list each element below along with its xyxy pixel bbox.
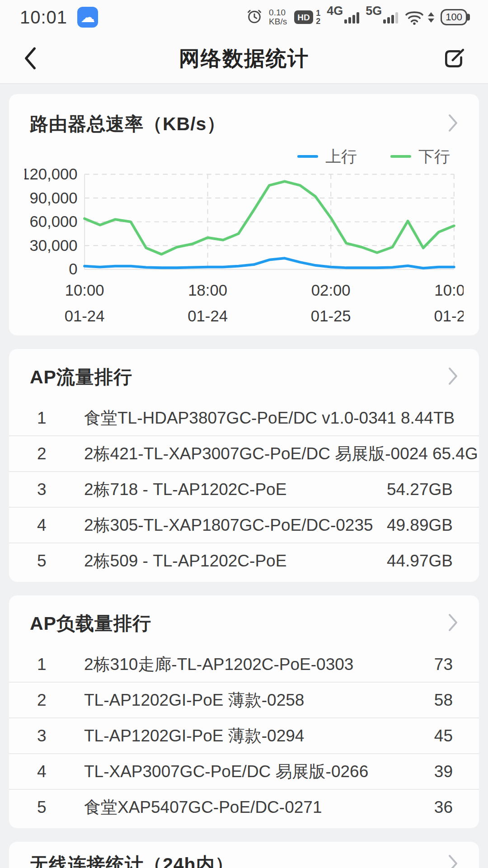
signal-5g-icon: 5G <box>366 11 398 24</box>
row-value: 58 <box>430 691 453 710</box>
ap-traffic-card: AP流量排行 1 食堂TL-HDAP3807GC-PoE/DC v1.0-034… <box>9 349 479 582</box>
status-bar: 10:01 ☁ 0.10 KB/s HD 1 2 4G <box>0 0 488 34</box>
table-row: 5 2栋509 - TL-AP1202C-PoE 44.97GB <box>9 542 479 578</box>
legend-label: 上行 <box>325 146 357 167</box>
cloud-app-icon: ☁ <box>77 7 98 28</box>
table-row: 2 TL-AP1202GI-PoE 薄款-0258 58 <box>9 682 479 717</box>
alarm-clock-icon <box>246 8 263 26</box>
signal-4g-icon: 4G <box>327 11 359 24</box>
svg-text:01-25: 01-25 <box>311 307 351 325</box>
row-name: 食堂TL-HDAP3807GC-PoE/DC v1.0-0341 <box>84 407 396 429</box>
chart-legend: 上行 下行 <box>9 136 479 168</box>
svg-text:90,000: 90,000 <box>29 189 77 207</box>
row-name: 2栋509 - TL-AP1202C-PoE <box>84 550 286 572</box>
router-rate-card: 路由器总速率（KB/s） 上行 下行 030,00060,00090,00012… <box>9 94 479 335</box>
ap-load-card-header[interactable]: AP负载量排行 <box>9 612 479 635</box>
legend-item: 上行 <box>297 146 357 167</box>
card-title: AP流量排行 <box>30 365 132 389</box>
row-rank: 4 <box>37 762 84 781</box>
chevron-right-icon[interactable] <box>447 366 459 388</box>
legend-dash <box>390 155 411 158</box>
table-row: 3 2栋718 - TL-AP1202C-PoE 54.27GB <box>9 471 479 507</box>
svg-text:10:00: 10:00 <box>434 282 464 299</box>
row-name: 食堂XAP5407GC-PoE/DC-0271 <box>84 796 322 819</box>
row-name: TL-AP1202GI-PoE 薄款-0258 <box>84 689 304 712</box>
svg-text:01-24: 01-24 <box>188 307 228 325</box>
table-row: 2 2栋421-TL-XAP3007GC-PoE/DC 易展版-0024 65.… <box>9 435 479 471</box>
row-rank: 3 <box>37 726 84 745</box>
row-value: 45 <box>430 726 453 745</box>
legend-dash <box>297 155 318 158</box>
battery-icon: 100 <box>441 9 467 25</box>
svg-text:120,000: 120,000 <box>24 168 78 183</box>
chevron-right-icon[interactable] <box>447 612 459 635</box>
rate-chart-svg: 030,00060,00090,000120,00010:0001-2418:0… <box>24 168 464 327</box>
row-rank: 1 <box>37 409 84 428</box>
svg-text:01-24: 01-24 <box>65 307 105 325</box>
table-row: 4 TL-XAP3007GC-PoE/DC 易展版-0266 39 <box>9 753 479 789</box>
page-title: 网络数据统计 <box>0 45 488 73</box>
hd-voice-icon: HD 1 2 <box>293 9 320 26</box>
rate-chart: 030,00060,00090,000120,00010:0001-2418:0… <box>9 168 479 327</box>
svg-text:01-25: 01-25 <box>434 307 464 325</box>
table-row: 3 TL-AP1202GI-PoE 薄款-0294 45 <box>9 717 479 753</box>
table-row: 4 2栋305-TL-XAP1807GC-PoE/DC-0235 49.89GB <box>9 507 479 542</box>
row-name: 2栋718 - TL-AP1202C-PoE <box>84 478 286 501</box>
wireless-stats-card: 无线连接统计（24h内） <box>9 842 479 868</box>
chevron-right-icon[interactable] <box>447 853 459 868</box>
edit-button[interactable] <box>438 42 470 75</box>
svg-text:60,000: 60,000 <box>29 213 77 230</box>
legend-item: 下行 <box>390 146 450 167</box>
back-chevron-icon <box>22 66 39 73</box>
svg-text:30,000: 30,000 <box>29 237 77 254</box>
chevron-right-icon[interactable] <box>447 113 459 135</box>
row-value: 54.27GB <box>382 480 453 499</box>
back-button[interactable] <box>18 42 42 76</box>
ap-traffic-list: 1 食堂TL-HDAP3807GC-PoE/DC v1.0-0341 8.44T… <box>9 401 479 578</box>
row-rank: 2 <box>37 444 84 463</box>
row-name: 2栋305-TL-XAP1807GC-PoE/DC-0235 <box>84 514 373 537</box>
table-row: 1 2栋310走廊-TL-AP1202C-PoE-0303 73 <box>9 647 479 682</box>
wireless-stats-card-header[interactable]: 无线连接统计（24h内） <box>9 853 479 868</box>
svg-text:10:00: 10:00 <box>65 282 104 299</box>
row-name: TL-XAP3007GC-PoE/DC 易展版-0266 <box>84 760 368 783</box>
row-value: 65.4GB <box>428 444 479 463</box>
row-name: 2栋421-TL-XAP3007GC-PoE/DC 易展版-0024 <box>84 443 428 465</box>
network-speed: 0.10 KB/s <box>269 8 287 26</box>
table-row: 5 食堂XAP5407GC-PoE/DC-0271 36 <box>9 789 479 825</box>
svg-text:0: 0 <box>69 260 77 278</box>
row-rank: 4 <box>37 516 84 535</box>
table-row: 1 食堂TL-HDAP3807GC-PoE/DC v1.0-0341 8.44T… <box>9 401 479 435</box>
wifi-icon <box>404 9 424 25</box>
card-title: 无线连接统计（24h内） <box>30 853 234 868</box>
row-name: 2栋310走廊-TL-AP1202C-PoE-0303 <box>84 653 353 676</box>
row-value: 8.44TB <box>396 409 455 428</box>
row-value: 73 <box>430 655 453 674</box>
legend-label: 下行 <box>418 146 450 167</box>
row-value: 39 <box>430 762 453 781</box>
router-rate-card-header[interactable]: 路由器总速率（KB/s） <box>9 112 479 136</box>
compose-icon <box>442 65 466 72</box>
row-name: TL-AP1202GI-PoE 薄款-0294 <box>84 725 304 747</box>
card-title: 路由器总速率（KB/s） <box>30 112 225 136</box>
row-rank: 5 <box>37 552 84 571</box>
row-rank: 5 <box>37 798 84 817</box>
ap-load-list: 1 2栋310走廊-TL-AP1202C-PoE-0303 73 2 TL-AP… <box>9 647 479 825</box>
row-value: 36 <box>430 798 453 817</box>
row-value: 44.97GB <box>382 552 453 571</box>
svg-text:18:00: 18:00 <box>188 282 227 299</box>
card-title: AP负载量排行 <box>30 612 151 635</box>
row-rank: 1 <box>37 655 84 674</box>
row-rank: 2 <box>37 691 84 710</box>
status-icons: 0.10 KB/s HD 1 2 4G 5G <box>246 8 472 26</box>
row-value: 49.89GB <box>382 516 453 535</box>
row-rank: 3 <box>37 480 84 499</box>
traffic-arrows-icon <box>428 12 434 23</box>
svg-text:02:00: 02:00 <box>311 282 351 299</box>
ap-traffic-card-header[interactable]: AP流量排行 <box>9 365 479 389</box>
status-time: 10:01 <box>20 7 67 28</box>
svg-text:HD: HD <box>297 13 310 22</box>
ap-load-card: AP负载量排行 1 2栋310走廊-TL-AP1202C-PoE-0303 73… <box>9 595 479 828</box>
nav-header: 网络数据统计 <box>0 34 488 84</box>
